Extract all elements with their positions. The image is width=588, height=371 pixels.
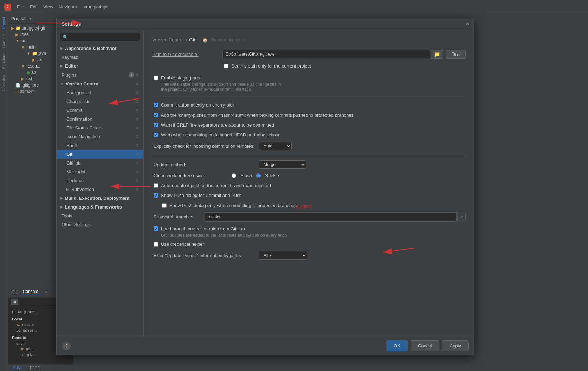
- co-label: co...: [37, 57, 45, 62]
- breadcrumb: Version Control › Git 🏠 For current proj…: [152, 37, 466, 43]
- tab-structure[interactable]: Structure: [0, 51, 8, 72]
- menu-navigate[interactable]: Navigate: [59, 4, 77, 9]
- stash-radio[interactable]: [232, 173, 236, 178]
- nav-plugins[interactable]: Plugins ℹ ⧉: [57, 70, 143, 79]
- nav-version-control[interactable]: ▼ Version Control ⧉: [57, 79, 143, 88]
- project-dropdown-icon[interactable]: ▼: [28, 17, 32, 21]
- breadcrumb-current: Git: [189, 37, 195, 43]
- bottom-bar: ⎇ Git ≡ TODO: [8, 364, 73, 371]
- incoming-commits-select[interactable]: Auto Always Never: [259, 142, 292, 150]
- git-close-tab[interactable]: ×: [43, 289, 50, 295]
- tab-project[interactable]: Project: [0, 14, 8, 32]
- credential-helper-row: Use credential helper: [152, 241, 466, 248]
- git-path-folder-btn[interactable]: 📁: [431, 50, 443, 59]
- set-path-row: Set this path only for the current proje…: [152, 63, 466, 69]
- app-logo: J: [4, 4, 11, 11]
- bottom-git-tab[interactable]: ⎇ Git: [11, 365, 22, 370]
- expand-input-btn[interactable]: ⤢: [457, 213, 466, 221]
- nav-perforce[interactable]: Perforce ⧉: [57, 176, 143, 185]
- load-protection-rules-text: Load branch protection rules from GitHub…: [161, 226, 287, 238]
- set-path-checkbox[interactable]: [224, 64, 228, 68]
- filter-update-select[interactable]: All ▾ Changed files only: [259, 251, 307, 260]
- git-console-tab[interactable]: Console: [21, 288, 40, 295]
- nav-plugins-copy-icon: ⧉: [136, 73, 138, 77]
- nav-commit-copy-icon: ⧉: [136, 108, 138, 113]
- for-project-icon: 🏠: [202, 38, 208, 43]
- shelve-radio[interactable]: [256, 173, 261, 178]
- settings-footer: ? OK Cancel Apply: [57, 337, 474, 355]
- search-icon: 🔍: [63, 34, 68, 40]
- crlf-label: Warn if CRLF line separators are about t…: [161, 122, 274, 128]
- nav-changelists[interactable]: Changelists ⧉: [57, 97, 143, 106]
- nav-issue-navigation[interactable]: Issue Navigation ⧉: [57, 132, 143, 141]
- folder-icon-test: ▶: [21, 77, 24, 81]
- show-push-protected-checkbox[interactable]: [162, 203, 167, 208]
- apply-button[interactable]: Apply: [442, 340, 469, 351]
- nav-github[interactable]: GitHub ⧉: [57, 159, 143, 167]
- gitignore-icon: 📄: [15, 83, 20, 88]
- protected-branches-input[interactable]: [205, 212, 457, 222]
- settings-search-input[interactable]: [70, 35, 137, 40]
- crlf-checkbox[interactable]: [154, 123, 158, 127]
- breadcrumb-parent: Version Control: [152, 37, 183, 43]
- nav-file-status-colors[interactable]: File Status Colors ⧉: [57, 123, 143, 132]
- nav-editor[interactable]: ▶ Editor: [57, 62, 143, 70]
- cherry-pick-suffix-checkbox[interactable]: [154, 113, 158, 117]
- menu-file[interactable]: File: [17, 4, 24, 9]
- folder-icon-co: ▶: [32, 58, 35, 62]
- cherry-pick-suffix-row: Add the 'cherry-picked from <hash>' suff…: [152, 112, 466, 119]
- settings-content: Version Control › Git 🏠 For current proj…: [144, 30, 474, 337]
- detached-head-checkbox[interactable]: [154, 133, 158, 137]
- bottom-todo-tab[interactable]: ≡ TODO: [26, 366, 40, 370]
- credential-helper-checkbox[interactable]: [154, 242, 158, 247]
- cancel-button[interactable]: Cancel: [411, 340, 439, 351]
- nav-svn-copy-icon: ⧉: [136, 187, 138, 192]
- help-button[interactable]: ?: [62, 342, 71, 350]
- nav-appearance[interactable]: ▶ Appearance & Behavior: [57, 44, 143, 53]
- staging-area-text: Enable staging area This will disable ch…: [161, 75, 281, 92]
- git-back-btn[interactable]: ◀: [11, 299, 18, 305]
- nav-other-settings[interactable]: Other Settings: [57, 220, 143, 229]
- nav-keymap[interactable]: Keymap: [57, 53, 143, 62]
- settings-sidebar: 🔍 ▶ Appearance & Behavior Keymap ▶ Edito…: [57, 30, 144, 337]
- tab-commit[interactable]: Commit: [0, 32, 8, 51]
- nav-subversion[interactable]: ▶ Subversion ⧉: [57, 185, 143, 194]
- settings-body: 🔍 ▶ Appearance & Behavior Keymap ▶ Edito…: [57, 30, 474, 337]
- remote-star-icon: ★: [20, 347, 24, 351]
- filter-update-label: Filter "Update Project" information by p…: [154, 253, 259, 258]
- update-method-select[interactable]: Merge Rebase Branch Default: [259, 160, 306, 169]
- test-button[interactable]: Test: [446, 50, 466, 59]
- nav-shelf[interactable]: Shelf ⧉: [57, 141, 143, 150]
- cherry-pick-checkbox[interactable]: [154, 103, 158, 107]
- protected-branches-label: Protected branches:: [154, 214, 205, 219]
- nav-fsc-copy-icon: ⧉: [136, 126, 138, 130]
- nav-languages[interactable]: ▶ Languages & Frameworks: [57, 203, 143, 211]
- settings-close-btn[interactable]: ×: [466, 21, 469, 27]
- nav-git[interactable]: Git ⧉: [57, 150, 143, 159]
- menu-view[interactable]: View: [43, 4, 53, 9]
- credential-helper-label: Use credential helper: [161, 241, 204, 248]
- nav-pf-copy-icon: ⧉: [136, 178, 138, 183]
- auto-update-checkbox[interactable]: [154, 183, 158, 188]
- protected-branches-row: Protected branches: ⤢: [152, 212, 466, 222]
- menu-edit[interactable]: Edit: [30, 4, 38, 9]
- load-protection-rules-checkbox[interactable]: [154, 226, 158, 231]
- folder-icon-main: ▼: [21, 45, 25, 49]
- nav-commit[interactable]: Commit ⧉: [57, 106, 143, 115]
- show-push-dialog-checkbox[interactable]: [154, 193, 158, 198]
- git-path-input[interactable]: [222, 50, 430, 58]
- cherry-pick-row: Commit automatically on cherry-pick: [152, 102, 466, 108]
- staging-area-row: Enable staging area This will disable ch…: [152, 75, 466, 92]
- nav-build-exec[interactable]: ▶ Build, Execution, Deployment: [57, 194, 143, 203]
- staging-area-label: Enable staging area: [161, 75, 281, 81]
- settings-search-box[interactable]: 🔍: [60, 33, 140, 41]
- tab-favorites[interactable]: Favorites: [0, 72, 8, 94]
- nav-confirmation[interactable]: Confirmation ⧉: [57, 115, 143, 123]
- nav-bg-copy-icon: ⧉: [136, 90, 138, 95]
- staging-area-checkbox[interactable]: [154, 76, 158, 80]
- nav-background[interactable]: Background ⧉: [57, 88, 143, 97]
- ok-button[interactable]: OK: [386, 340, 408, 351]
- nav-tools[interactable]: Tools: [57, 211, 143, 220]
- update-method-row: Update method: Merge Rebase Branch Defau…: [152, 160, 466, 169]
- nav-mercurial[interactable]: Mercurial ⧉: [57, 167, 143, 176]
